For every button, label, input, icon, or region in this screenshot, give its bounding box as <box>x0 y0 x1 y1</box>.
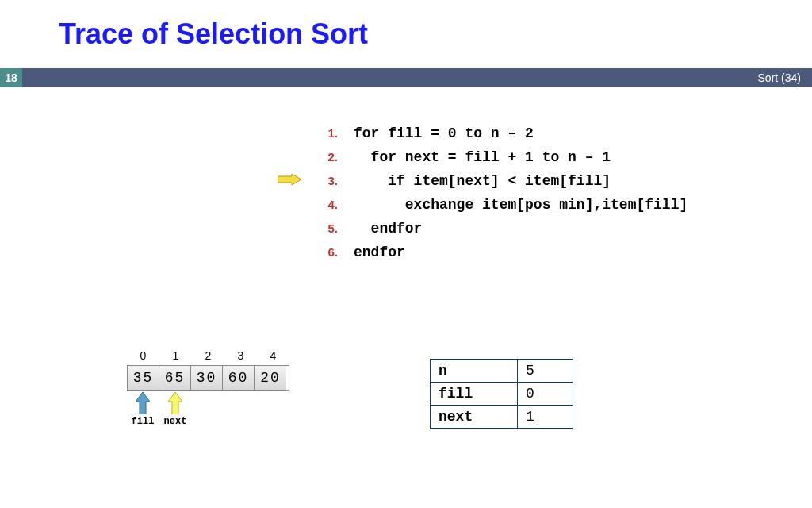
code-line-text: exchange item[pos_min],item[fill] <box>354 197 688 213</box>
up-arrow-icon <box>168 392 182 414</box>
code-line-text: endfor <box>354 221 422 237</box>
chapter-label: Sort (34) <box>758 68 801 87</box>
array-cells-row: 3565306020 <box>127 365 289 391</box>
table-row: fill0 <box>431 383 573 406</box>
slide-number-badge: 18 <box>0 68 22 87</box>
array-pointer-row: fillnext <box>127 391 289 432</box>
code-line-number: 4. <box>309 198 338 211</box>
current-line-marker-icon <box>278 173 301 184</box>
svg-marker-2 <box>168 392 182 414</box>
header-bar <box>22 68 812 87</box>
pseudocode-block: 1.for fill = 0 to n – 22. for next = fil… <box>309 125 688 268</box>
code-line: 4. exchange item[pos_min],item[fill] <box>309 197 688 213</box>
code-line-number: 3. <box>309 174 338 187</box>
array-cell: 20 <box>255 366 286 390</box>
array-cell: 60 <box>223 366 255 390</box>
array-index: 1 <box>159 349 192 362</box>
array-index: 3 <box>224 349 257 362</box>
var-name: n <box>431 360 518 383</box>
pointer-label: fill <box>132 416 155 427</box>
var-value: 5 <box>518 360 573 383</box>
var-name: fill <box>431 383 518 406</box>
code-line-number: 5. <box>309 221 338 235</box>
code-line-number: 1. <box>309 126 338 140</box>
code-line-number: 2. <box>309 150 338 164</box>
code-line: 1.for fill = 0 to n – 2 <box>309 125 688 141</box>
code-line-number: 6. <box>309 245 338 259</box>
svg-marker-1 <box>136 392 150 414</box>
array-visualization: 01234 3565306020 fillnext <box>127 349 289 432</box>
array-cell: 65 <box>159 366 191 390</box>
var-value: 1 <box>518 406 573 429</box>
code-line-text: for next = fill + 1 to n – 1 <box>354 149 611 165</box>
var-name: next <box>431 406 518 429</box>
up-arrow-icon <box>136 392 150 414</box>
code-line: 6.endfor <box>309 244 688 260</box>
array-index: 4 <box>257 349 289 362</box>
slide-title: Trace of Selection Sort <box>59 17 368 51</box>
table-row: next1 <box>431 406 573 429</box>
code-line: 2. for next = fill + 1 to n – 1 <box>309 149 688 165</box>
array-index: 0 <box>127 349 159 362</box>
code-line-text: endfor <box>354 244 405 260</box>
array-index-row: 01234 <box>127 349 289 365</box>
svg-marker-0 <box>278 174 301 185</box>
array-pointer-next: next <box>159 392 191 427</box>
pointer-label: next <box>164 416 187 427</box>
code-line-text: for fill = 0 to n – 2 <box>354 125 534 141</box>
array-pointer-fill: fill <box>127 392 159 427</box>
code-line: 3. if item[next] < item[fill] <box>309 173 688 189</box>
code-line: 5. endfor <box>309 221 688 237</box>
table-row: n5 <box>431 360 573 383</box>
array-index: 2 <box>192 349 224 362</box>
var-value: 0 <box>518 383 573 406</box>
array-cell: 30 <box>191 366 223 390</box>
code-line-text: if item[next] < item[fill] <box>354 173 611 189</box>
array-cell: 35 <box>128 366 159 390</box>
variable-table: n5fill0next1 <box>430 359 573 429</box>
